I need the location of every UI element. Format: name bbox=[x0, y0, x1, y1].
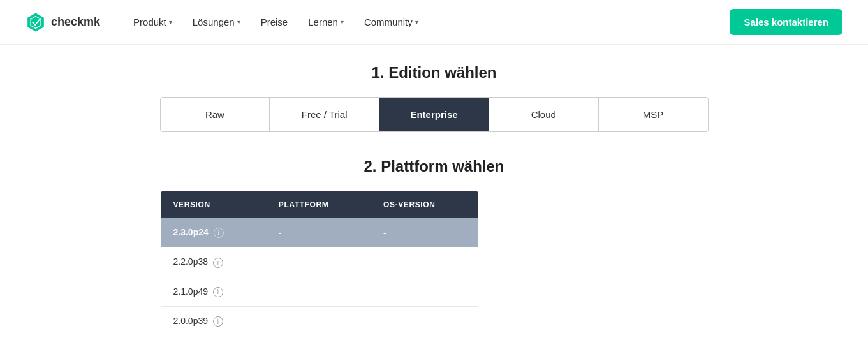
nav-item-community[interactable]: Community ▾ bbox=[357, 11, 426, 33]
chevron-down-icon: ▾ bbox=[341, 18, 344, 26]
tab-cloud[interactable]: Cloud bbox=[489, 98, 599, 131]
table-header-row: VERSION PLATTFORM OS-VERSION bbox=[160, 191, 478, 219]
nav-item-loesungen[interactable]: Lösungen ▾ bbox=[185, 11, 248, 33]
cell-version: 2.3.0p24 i bbox=[160, 218, 266, 247]
chevron-down-icon: ▾ bbox=[169, 18, 172, 26]
nav-links: Produkt ▾ Lösungen ▾ Preise Lernen ▾ Com… bbox=[126, 11, 704, 33]
cell-version: 2.0.0p39 i bbox=[160, 306, 266, 335]
info-icon[interactable]: i bbox=[213, 258, 223, 268]
nav-item-lernen[interactable]: Lernen ▾ bbox=[300, 11, 351, 33]
platform-section: 2. Plattform wählen VERSION PLATTFORM OS… bbox=[160, 158, 709, 336]
info-icon[interactable]: i bbox=[213, 316, 223, 327]
info-icon[interactable]: i bbox=[213, 287, 223, 297]
sales-contact-button[interactable]: Sales kontaktieren bbox=[730, 9, 842, 35]
cell-os-version: - bbox=[371, 218, 478, 247]
cell-platform bbox=[266, 306, 371, 335]
col-header-os-version: OS-VERSION bbox=[371, 191, 478, 219]
chevron-down-icon: ▾ bbox=[415, 18, 418, 26]
main-content: 1. Edition wählen Raw Free / Trial Enter… bbox=[147, 45, 721, 355]
cell-platform: - bbox=[266, 218, 371, 247]
table-row[interactable]: 2.2.0p38 i bbox=[160, 247, 478, 277]
cell-version: 2.2.0p38 i bbox=[160, 247, 266, 277]
logo-text: checkmk bbox=[51, 15, 100, 29]
nav-item-preise[interactable]: Preise bbox=[253, 11, 296, 33]
cell-os-version bbox=[371, 306, 478, 335]
tab-msp[interactable]: MSP bbox=[599, 98, 708, 131]
tab-enterprise[interactable]: Enterprise bbox=[379, 98, 489, 131]
edition-title: 1. Edition wählen bbox=[160, 64, 709, 82]
table-row[interactable]: 2.3.0p24 i-- bbox=[160, 218, 478, 247]
col-header-platform: PLATTFORM bbox=[266, 191, 371, 219]
logo[interactable]: checkmk bbox=[26, 12, 100, 33]
cell-os-version bbox=[371, 277, 478, 306]
info-icon[interactable]: i bbox=[214, 228, 224, 238]
table-row[interactable]: 2.1.0p49 i bbox=[160, 277, 478, 306]
logo-icon bbox=[26, 12, 46, 33]
platform-table: VERSION PLATTFORM OS-VERSION 2.3.0p24 i-… bbox=[160, 191, 479, 336]
col-header-version: VERSION bbox=[160, 191, 266, 219]
navbar: checkmk Produkt ▾ Lösungen ▾ Preise Lern… bbox=[0, 0, 868, 45]
cell-version: 2.1.0p49 i bbox=[160, 277, 266, 306]
chevron-down-icon: ▾ bbox=[237, 18, 240, 26]
tab-free-trial[interactable]: Free / Trial bbox=[270, 98, 379, 131]
tab-raw[interactable]: Raw bbox=[161, 98, 270, 131]
cell-os-version bbox=[371, 247, 478, 277]
platform-title: 2. Plattform wählen bbox=[160, 158, 709, 175]
cell-platform bbox=[266, 277, 371, 306]
table-row[interactable]: 2.0.0p39 i bbox=[160, 306, 478, 335]
edition-tabs: Raw Free / Trial Enterprise Cloud MSP bbox=[160, 97, 709, 132]
nav-item-produkt[interactable]: Produkt ▾ bbox=[126, 11, 180, 33]
cell-platform bbox=[266, 247, 371, 277]
